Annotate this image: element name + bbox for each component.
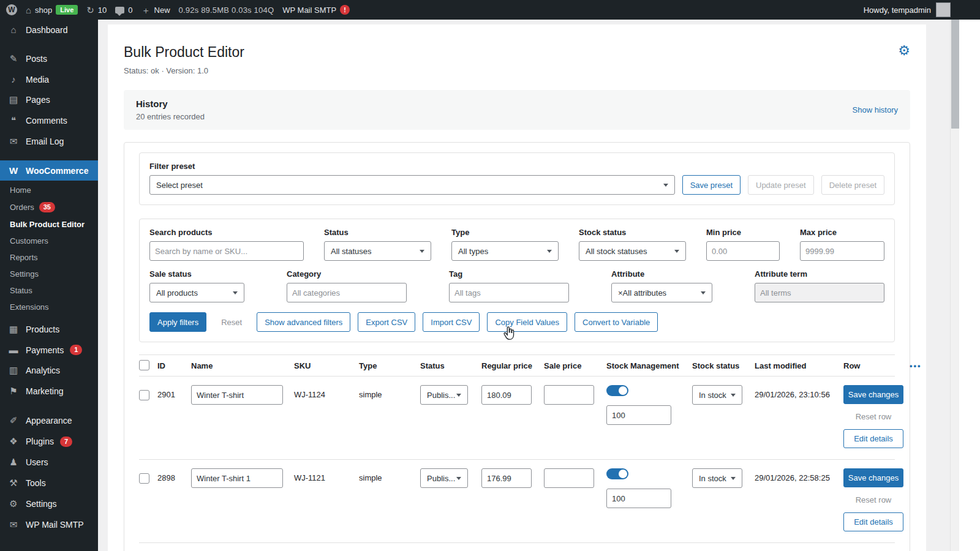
edit-details-button[interactable]: Edit details	[843, 429, 903, 448]
table-options-icon[interactable]: •••	[910, 361, 922, 370]
regular-price-input[interactable]	[481, 385, 532, 405]
apply-filters-button[interactable]: Apply filters	[149, 312, 206, 332]
sidebar-item-media[interactable]: ♪ Media	[0, 69, 98, 89]
submenu-item-extensions[interactable]: Extensions	[0, 299, 98, 315]
vertical-scrollbar[interactable]	[950, 20, 959, 551]
sidebar-item-marketing[interactable]: ⚑ Marketing	[0, 381, 98, 402]
sidebar-item-label: Dashboard	[26, 25, 68, 35]
row-checkbox[interactable]	[139, 473, 149, 484]
site-name-link[interactable]: ⌂ shop Live	[26, 5, 78, 15]
content-area: Bulk Product Editor Status: ok · Version…	[98, 20, 980, 551]
preset-select[interactable]: Select preset	[149, 175, 675, 195]
product-status-select[interactable]: Publis...	[420, 385, 468, 405]
min-price-label: Min price	[706, 228, 780, 237]
header-stock-status: Stock status	[692, 361, 755, 370]
tag-label: Tag	[449, 269, 569, 279]
attribute-multiselect[interactable]: ×All attributes	[611, 283, 712, 302]
sidebar-item-settings[interactable]: ⚙ Settings	[0, 493, 98, 514]
account-menu[interactable]: Howdy, tempadmin	[864, 2, 974, 17]
sale-price-input[interactable]	[544, 468, 594, 488]
save-changes-button[interactable]: Save changes	[843, 385, 903, 404]
submenu-item-customers[interactable]: Customers	[0, 233, 98, 249]
sidebar-item-analytics[interactable]: ▥ Analytics	[0, 360, 98, 381]
delete-preset-button[interactable]: Delete preset	[821, 175, 884, 195]
history-panel: History 20 entries recorded Show history	[124, 90, 910, 130]
sidebar-item-products[interactable]: ▦ Products	[0, 319, 98, 340]
submenu-item-home[interactable]: Home	[0, 182, 98, 198]
page-settings-gear-icon[interactable]: ⚙	[898, 44, 910, 58]
sidebar-item-wp-mail-smtp[interactable]: ✉ WP Mail SMTP	[0, 514, 98, 535]
howdy-text: Howdy, tempadmin	[864, 6, 931, 15]
reset-filters-button[interactable]: Reset	[214, 312, 249, 332]
save-preset-button[interactable]: Save preset	[682, 175, 741, 195]
sidebar-item-appearance[interactable]: ✐ Appearance	[0, 410, 98, 431]
new-label: New	[154, 6, 170, 15]
edit-details-button[interactable]: Edit details	[843, 512, 903, 531]
sidebar-item-woocommerce[interactable]: W WooCommerce	[0, 160, 98, 181]
search-input[interactable]	[149, 241, 304, 261]
plugins-icon: ❖	[7, 436, 20, 447]
sidebar-item-plugins[interactable]: ❖ Plugins 7	[0, 431, 98, 452]
sidebar-item-users[interactable]: ♟ Users	[0, 452, 98, 473]
max-price-input[interactable]	[800, 241, 884, 261]
import-csv-button[interactable]: Import CSV	[423, 312, 480, 332]
sidebar-item-label: Users	[26, 457, 48, 467]
submenu-item-reports[interactable]: Reports	[0, 249, 98, 266]
product-stock-status-select[interactable]: In stock	[692, 468, 742, 488]
stock-quantity-input[interactable]	[606, 489, 671, 508]
sidebar-item-posts[interactable]: ✎ Posts	[0, 48, 98, 69]
select-all-checkbox[interactable]	[139, 360, 149, 370]
wordpress-logo-menu[interactable]: W	[6, 4, 17, 15]
update-preset-button[interactable]: Update preset	[748, 175, 814, 195]
tag-input[interactable]	[449, 283, 569, 302]
copy-field-values-button[interactable]: Copy Field Values	[487, 312, 567, 332]
stock-management-toggle[interactable]	[606, 468, 628, 479]
scrollbar-thumb[interactable]	[951, 20, 959, 129]
reset-row-link[interactable]: Reset row	[843, 495, 903, 504]
show-advanced-filters-button[interactable]: Show advanced filters	[257, 312, 350, 332]
min-price-input[interactable]	[706, 241, 780, 261]
attribute-label: Attribute	[611, 269, 712, 279]
product-stock-status-select[interactable]: In stock	[692, 385, 742, 405]
save-changes-button[interactable]: Save changes	[843, 468, 903, 487]
wp-mail-smtp-label: WP Mail SMTP	[282, 6, 336, 15]
sidebar-item-dashboard[interactable]: ⌂ Dashboard	[0, 20, 98, 40]
dashboard-icon: ⌂	[7, 24, 20, 35]
filters-card: Search products Status All statuses Type…	[139, 219, 895, 342]
sale-status-select[interactable]: All products	[149, 283, 244, 302]
analytics-icon: ▥	[7, 365, 20, 376]
product-status-select[interactable]: Publis...	[420, 468, 468, 488]
email-icon: ✉	[7, 136, 20, 147]
sale-price-input[interactable]	[544, 385, 594, 405]
show-history-link[interactable]: Show history	[853, 105, 898, 114]
filters-panel: Filter preset Select preset Save preset …	[124, 142, 910, 551]
attribute-term-input[interactable]	[755, 283, 884, 302]
submenu-item-status[interactable]: Status	[0, 282, 98, 299]
sidebar-item-pages[interactable]: ▤ Pages	[0, 89, 98, 110]
product-name-input[interactable]	[191, 468, 283, 488]
stock-quantity-input[interactable]	[606, 405, 671, 425]
query-monitor-stats[interactable]: 0.92s 89.5MB 0.03s 104Q	[179, 6, 274, 15]
row-checkbox[interactable]	[139, 390, 149, 400]
status-select[interactable]: All statuses	[324, 241, 431, 261]
sidebar-item-tools[interactable]: ⚒ Tools	[0, 473, 98, 493]
sidebar-item-comments[interactable]: ❝ Comments	[0, 110, 98, 131]
submenu-item-settings[interactable]: Settings	[0, 266, 98, 282]
updates-link[interactable]: ↻ 10	[86, 6, 107, 15]
product-name-input[interactable]	[191, 385, 283, 405]
stock-management-toggle[interactable]	[606, 385, 628, 396]
convert-to-variable-button[interactable]: Convert to Variable	[575, 312, 658, 332]
stock-status-select[interactable]: All stock statuses	[579, 241, 686, 261]
sidebar-item-payments[interactable]: ▬ Payments 1	[0, 340, 98, 360]
new-content-link[interactable]: ＋ New	[141, 6, 170, 15]
type-select[interactable]: All types	[451, 241, 559, 261]
submenu-item-orders[interactable]: Orders 35	[0, 198, 98, 216]
reset-row-link[interactable]: Reset row	[843, 412, 903, 421]
wp-mail-smtp-link[interactable]: WP Mail SMTP !	[282, 5, 350, 15]
submenu-item-bulk-product-editor[interactable]: Bulk Product Editor	[0, 216, 98, 233]
sidebar-item-email-log[interactable]: ✉ Email Log	[0, 131, 98, 152]
regular-price-input[interactable]	[481, 468, 532, 488]
comments-link[interactable]: 0	[115, 6, 132, 15]
export-csv-button[interactable]: Export CSV	[358, 312, 415, 332]
category-input[interactable]	[287, 283, 407, 302]
